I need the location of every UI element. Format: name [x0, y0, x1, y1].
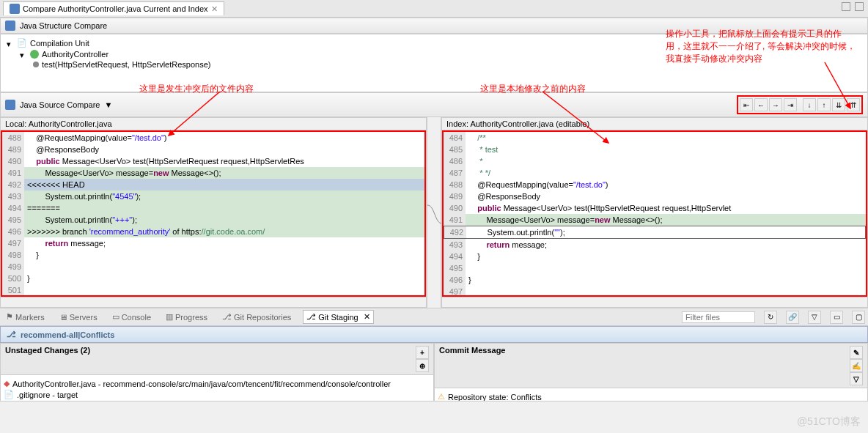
- amend-icon[interactable]: ✎: [850, 346, 863, 359]
- code-line[interactable]: 493 return message;: [444, 239, 866, 251]
- commit-title: Commit Message: [439, 346, 505, 385]
- code-line[interactable]: 495 System.out.println("+++");: [2, 214, 424, 226]
- progress-icon: ▥: [166, 312, 173, 322]
- code-line[interactable]: 484 /**: [444, 132, 866, 144]
- dropdown-arrow-icon[interactable]: ▼: [104, 100, 112, 109]
- tab-title: Compare AuthorityController.java Current…: [23, 4, 208, 13]
- watermark: @51CTO博客: [797, 415, 861, 429]
- git-staging-icon: ⎇: [306, 312, 316, 322]
- tab-servers[interactable]: 🖥Servers: [56, 311, 100, 323]
- tab-progress[interactable]: ▥Progress: [163, 311, 210, 323]
- left-code-editor[interactable]: 488 @RequestMapping(value="/test.do")489…: [1, 130, 426, 297]
- signoff-icon[interactable]: ✍: [850, 359, 863, 372]
- refresh-icon[interactable]: ↻: [764, 311, 777, 324]
- copy-current-left-icon[interactable]: ←: [754, 98, 768, 111]
- code-line[interactable]: 488 @RequestMapping(value="/test.do"): [444, 179, 866, 190]
- maximize-view-icon[interactable]: ▢: [852, 311, 865, 324]
- structure-title: Java Structure Compare: [20, 21, 107, 30]
- markers-icon: ⚑: [6, 312, 13, 322]
- class-icon: [30, 50, 39, 59]
- branch-label: recommend-all|Conflicts: [21, 330, 114, 339]
- close-icon[interactable]: ✕: [364, 312, 370, 322]
- horizontal-scrollbar[interactable]: [442, 297, 867, 307]
- code-line[interactable]: 494 }: [444, 251, 866, 262]
- code-line[interactable]: 494=======: [2, 202, 424, 214]
- structure-compare-header: Java Structure Compare: [0, 18, 868, 34]
- tab-git-repos[interactable]: ⎇Git Repositories: [219, 311, 294, 323]
- expand-arrow-icon[interactable]: ▾: [7, 40, 14, 47]
- repo-state-text: Repository state: Conflicts: [448, 393, 542, 401]
- code-line[interactable]: 500}: [2, 273, 424, 284]
- unstaged-file[interactable]: 📄 .gitignore - target: [4, 389, 430, 400]
- copy-current-right-icon[interactable]: →: [769, 98, 782, 111]
- code-line[interactable]: 498 }: [2, 249, 424, 261]
- code-line[interactable]: 493 System.out.println("4545");: [2, 190, 424, 202]
- left-pane-title: Local: AuthorityController.java: [1, 118, 426, 130]
- code-line[interactable]: 492 System.out.println("");: [444, 226, 866, 239]
- method-icon: [33, 62, 39, 67]
- code-line[interactable]: 491 Message<UserVo> message=new Message<…: [2, 167, 424, 179]
- code-line[interactable]: 496}: [444, 274, 866, 286]
- views-tab-bar: ⚑Markers 🖥Servers ▭Console ▥Progress ⎇Gi…: [0, 308, 868, 326]
- add-icon[interactable]: +: [416, 346, 429, 359]
- conflict-file-icon: ◆: [4, 379, 10, 388]
- unstaged-changes-panel: Unstaged Changes (2) +⊕ ◆ AuthorityContr…: [0, 343, 434, 401]
- source-compare-title: Java Source Compare: [20, 100, 100, 109]
- copy-all-left-icon[interactable]: ⇤: [740, 98, 753, 111]
- filter-files-input[interactable]: [682, 311, 755, 323]
- tab-console[interactable]: ▭Console: [109, 311, 154, 323]
- maximize-icon[interactable]: [855, 2, 864, 11]
- right-code-editor[interactable]: 484 /**485 * test486 *487 * */488 @Reque…: [442, 130, 867, 297]
- warning-icon: ⚠: [438, 392, 445, 401]
- java-icon: [5, 21, 15, 31]
- code-line[interactable]: 489 @ResponseBody: [444, 190, 866, 202]
- code-line[interactable]: 496>>>>>>> branch 'recommend_authority' …: [2, 226, 424, 237]
- tree-root-label: Compilation Unit: [30, 39, 89, 48]
- code-line[interactable]: 490 public Message<UserVo> test(HttpServ…: [444, 202, 866, 214]
- tree-method[interactable]: test(HttpServletRequest, HttpServletResp…: [33, 59, 861, 70]
- tab-git-staging[interactable]: ⎇Git Staging✕: [303, 310, 373, 324]
- java-icon: [10, 4, 20, 14]
- tab-markers[interactable]: ⚑Markers: [3, 311, 48, 323]
- console-icon: ▭: [112, 312, 119, 322]
- code-line[interactable]: 497 return message;: [2, 237, 424, 249]
- menu-icon[interactable]: ▽: [850, 372, 863, 385]
- expand-arrow-icon[interactable]: ▾: [20, 51, 27, 58]
- code-line[interactable]: 492<<<<<<< HEAD: [2, 179, 424, 190]
- next-change-icon[interactable]: ⇊: [832, 98, 845, 111]
- minimize-view-icon[interactable]: ▭: [830, 311, 843, 324]
- code-line[interactable]: 486 *: [444, 155, 866, 167]
- horizontal-scrollbar[interactable]: [1, 297, 426, 307]
- file-path: AuthorityController.java - recommend-con…: [12, 380, 391, 388]
- branch-icon: ⎇: [7, 330, 16, 339]
- next-diff-icon[interactable]: ↓: [803, 98, 816, 111]
- tree-root[interactable]: ▾ 📄 Compilation Unit: [7, 37, 861, 49]
- tree-class[interactable]: ▾ AuthorityController: [20, 49, 861, 59]
- copy-all-right-icon[interactable]: ⇥: [784, 98, 797, 111]
- staging-branch-header: ⎇ recommend-all|Conflicts: [0, 326, 868, 343]
- prev-change-icon[interactable]: ⇈: [847, 98, 860, 111]
- code-line[interactable]: 501: [2, 284, 424, 296]
- view-menu-icon[interactable]: ▽: [808, 311, 821, 324]
- link-icon[interactable]: 🔗: [786, 311, 799, 324]
- code-line[interactable]: 487 * */: [444, 167, 866, 179]
- add-all-icon[interactable]: ⊕: [416, 359, 429, 372]
- unstaged-file[interactable]: ◆ AuthorityController.java - recommend-c…: [4, 378, 430, 389]
- code-line[interactable]: 490 public Message<UserVo> test(HttpServ…: [2, 155, 424, 167]
- code-line[interactable]: 495: [444, 262, 866, 274]
- commit-message-panel: Commit Message ✎✍▽ ⚠ Repository state: C…: [434, 343, 868, 401]
- compilation-unit-icon: 📄: [17, 38, 27, 48]
- prev-diff-icon[interactable]: ↑: [817, 98, 831, 111]
- code-line[interactable]: 491 Message<UserVo> message=new Message<…: [444, 214, 866, 226]
- modified-file-icon: 📄: [4, 390, 14, 399]
- code-line[interactable]: 489 @ResponseBody: [2, 144, 424, 155]
- compare-tab[interactable]: Compare AuthorityController.java Current…: [3, 1, 224, 15]
- close-icon[interactable]: ✕: [211, 4, 218, 14]
- code-line[interactable]: 497: [444, 286, 866, 297]
- repo-state-warning: ⚠ Repository state: Conflicts: [438, 391, 864, 401]
- code-line[interactable]: 499: [2, 261, 424, 273]
- code-line[interactable]: 485 * test: [444, 144, 866, 155]
- code-line[interactable]: 488 @RequestMapping(value="/test.do"): [2, 132, 424, 144]
- right-pane: Index: AuthorityController.java (editabl…: [441, 117, 868, 308]
- minimize-icon[interactable]: [842, 2, 850, 11]
